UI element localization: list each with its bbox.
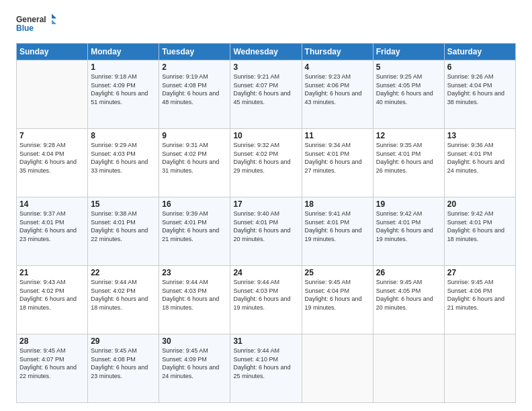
daylight-text: Daylight: 6 hours and 29 minutes. — [233, 158, 298, 175]
day-info: Sunrise: 9:44 AM Sunset: 4:10 PM Dayligh… — [233, 347, 298, 380]
daylight-text: Daylight: 6 hours and 20 minutes. — [233, 226, 298, 243]
sunset-text: Sunset: 4:03 PM — [91, 150, 156, 158]
calendar-cell: 12 Sunrise: 9:35 AM Sunset: 4:01 PM Dayl… — [373, 129, 444, 197]
day-info: Sunrise: 9:45 AM Sunset: 4:08 PM Dayligh… — [91, 347, 156, 380]
calendar-cell: 5 Sunrise: 9:25 AM Sunset: 4:05 PM Dayli… — [373, 60, 444, 129]
daylight-text: Daylight: 6 hours and 19 minutes. — [305, 226, 370, 243]
sunrise-text: Sunrise: 9:45 AM — [91, 347, 156, 355]
calendar-cell: 13 Sunrise: 9:36 AM Sunset: 4:01 PM Dayl… — [444, 129, 515, 197]
day-number: 15 — [91, 199, 156, 209]
daylight-text: Daylight: 6 hours and 18 minutes. — [162, 295, 227, 312]
daylight-text: Daylight: 6 hours and 22 minutes. — [91, 226, 156, 243]
sunset-text: Sunset: 4:03 PM — [162, 287, 227, 295]
page: General Blue SundayMondayTuesdayWednesda… — [0, 0, 532, 411]
daylight-text: Daylight: 6 hours and 40 minutes. — [376, 89, 441, 106]
sunset-text: Sunset: 4:09 PM — [162, 355, 227, 364]
day-number: 5 — [376, 62, 441, 72]
sunset-text: Sunset: 4:08 PM — [91, 355, 156, 364]
weekday-header: Wednesday — [230, 44, 302, 60]
daylight-text: Daylight: 6 hours and 21 minutes. — [162, 226, 227, 243]
sunrise-text: Sunrise: 9:45 AM — [305, 278, 370, 287]
calendar-cell: 17 Sunrise: 9:40 AM Sunset: 4:01 PM Dayl… — [230, 197, 302, 266]
day-info: Sunrise: 9:18 AM Sunset: 4:09 PM Dayligh… — [91, 73, 156, 106]
day-info: Sunrise: 9:44 AM Sunset: 4:03 PM Dayligh… — [162, 278, 227, 312]
sunset-text: Sunset: 4:07 PM — [233, 81, 298, 90]
calendar-cell — [373, 334, 444, 403]
day-number: 26 — [376, 268, 441, 277]
calendar-cell: 6 Sunrise: 9:26 AM Sunset: 4:04 PM Dayli… — [444, 60, 515, 129]
weekday-header: Tuesday — [159, 44, 230, 60]
daylight-text: Daylight: 6 hours and 51 minutes. — [91, 89, 156, 106]
day-number: 17 — [233, 199, 298, 209]
weekday-header-row: SundayMondayTuesdayWednesdayThursdayFrid… — [17, 44, 516, 60]
daylight-text: Daylight: 6 hours and 23 minutes. — [19, 226, 85, 243]
daylight-text: Daylight: 6 hours and 20 minutes. — [376, 295, 441, 312]
calendar-cell: 30 Sunrise: 9:45 AM Sunset: 4:09 PM Dayl… — [159, 334, 230, 403]
sunrise-text: Sunrise: 9:38 AM — [91, 210, 156, 218]
calendar-cell: 16 Sunrise: 9:39 AM Sunset: 4:01 PM Dayl… — [159, 197, 230, 266]
calendar-cell: 11 Sunrise: 9:34 AM Sunset: 4:01 PM Dayl… — [302, 129, 373, 197]
calendar-cell — [302, 334, 373, 403]
day-info: Sunrise: 9:36 AM Sunset: 4:01 PM Dayligh… — [447, 141, 513, 175]
day-number: 8 — [91, 131, 156, 140]
sunset-text: Sunset: 4:02 PM — [162, 150, 227, 158]
day-number: 3 — [233, 62, 298, 72]
daylight-text: Daylight: 6 hours and 19 minutes. — [233, 295, 298, 312]
sunrise-text: Sunrise: 9:37 AM — [19, 210, 85, 218]
day-number: 20 — [447, 199, 513, 209]
calendar-cell: 10 Sunrise: 9:32 AM Sunset: 4:02 PM Dayl… — [230, 129, 302, 197]
sunrise-text: Sunrise: 9:25 AM — [376, 73, 441, 81]
day-info: Sunrise: 9:28 AM Sunset: 4:04 PM Dayligh… — [19, 141, 85, 175]
calendar-cell: 15 Sunrise: 9:38 AM Sunset: 4:01 PM Dayl… — [88, 197, 159, 266]
day-number: 11 — [305, 131, 370, 140]
daylight-text: Daylight: 6 hours and 38 minutes. — [447, 89, 513, 106]
sunrise-text: Sunrise: 9:44 AM — [162, 278, 227, 287]
logo: General Blue — [16, 12, 56, 36]
day-info: Sunrise: 9:26 AM Sunset: 4:04 PM Dayligh… — [447, 73, 513, 106]
calendar-cell: 14 Sunrise: 9:37 AM Sunset: 4:01 PM Dayl… — [17, 197, 88, 266]
header: General Blue — [16, 12, 516, 36]
calendar-cell: 8 Sunrise: 9:29 AM Sunset: 4:03 PM Dayli… — [88, 129, 159, 197]
sunset-text: Sunset: 4:01 PM — [376, 150, 441, 158]
sunrise-text: Sunrise: 9:28 AM — [19, 141, 85, 150]
calendar-cell: 9 Sunrise: 9:31 AM Sunset: 4:02 PM Dayli… — [159, 129, 230, 197]
sunset-text: Sunset: 4:06 PM — [447, 287, 513, 295]
daylight-text: Daylight: 6 hours and 19 minutes. — [305, 295, 370, 312]
sunset-text: Sunset: 4:01 PM — [447, 218, 513, 227]
calendar-cell: 20 Sunrise: 9:42 AM Sunset: 4:01 PM Dayl… — [444, 197, 515, 266]
svg-marker-3 — [52, 19, 56, 24]
day-info: Sunrise: 9:35 AM Sunset: 4:01 PM Dayligh… — [376, 141, 441, 175]
weekday-header: Saturday — [444, 44, 515, 60]
daylight-text: Daylight: 6 hours and 31 minutes. — [162, 158, 227, 175]
sunset-text: Sunset: 4:10 PM — [233, 355, 298, 364]
day-info: Sunrise: 9:45 AM Sunset: 4:05 PM Dayligh… — [376, 278, 441, 312]
sunrise-text: Sunrise: 9:35 AM — [376, 141, 441, 150]
sunrise-text: Sunrise: 9:44 AM — [91, 278, 156, 287]
day-number: 7 — [19, 131, 85, 140]
daylight-text: Daylight: 6 hours and 43 minutes. — [305, 89, 370, 106]
daylight-text: Daylight: 6 hours and 24 minutes. — [447, 158, 513, 175]
day-info: Sunrise: 9:34 AM Sunset: 4:01 PM Dayligh… — [305, 141, 370, 175]
day-number: 28 — [19, 336, 85, 346]
daylight-text: Daylight: 6 hours and 26 minutes. — [376, 158, 441, 175]
sunset-text: Sunset: 4:01 PM — [305, 218, 370, 227]
day-info: Sunrise: 9:44 AM Sunset: 4:02 PM Dayligh… — [91, 278, 156, 312]
daylight-text: Daylight: 6 hours and 19 minutes. — [376, 226, 441, 243]
day-info: Sunrise: 9:41 AM Sunset: 4:01 PM Dayligh… — [305, 210, 370, 243]
day-info: Sunrise: 9:45 AM Sunset: 4:07 PM Dayligh… — [19, 347, 85, 380]
daylight-text: Daylight: 6 hours and 45 minutes. — [233, 89, 298, 106]
day-info: Sunrise: 9:21 AM Sunset: 4:07 PM Dayligh… — [233, 73, 298, 106]
day-info: Sunrise: 9:45 AM Sunset: 4:06 PM Dayligh… — [447, 278, 513, 312]
calendar-cell: 25 Sunrise: 9:45 AM Sunset: 4:04 PM Dayl… — [302, 266, 373, 334]
day-info: Sunrise: 9:25 AM Sunset: 4:05 PM Dayligh… — [376, 73, 441, 106]
calendar-cell: 23 Sunrise: 9:44 AM Sunset: 4:03 PM Dayl… — [159, 266, 230, 334]
sunrise-text: Sunrise: 9:18 AM — [91, 73, 156, 81]
calendar-week-row: 7 Sunrise: 9:28 AM Sunset: 4:04 PM Dayli… — [17, 129, 516, 197]
day-info: Sunrise: 9:29 AM Sunset: 4:03 PM Dayligh… — [91, 141, 156, 175]
day-number: 31 — [233, 336, 298, 346]
sunrise-text: Sunrise: 9:44 AM — [233, 278, 298, 287]
day-info: Sunrise: 9:38 AM Sunset: 4:01 PM Dayligh… — [91, 210, 156, 243]
sunrise-text: Sunrise: 9:36 AM — [447, 141, 513, 150]
sunset-text: Sunset: 4:08 PM — [162, 81, 227, 90]
daylight-text: Daylight: 6 hours and 48 minutes. — [162, 89, 227, 106]
